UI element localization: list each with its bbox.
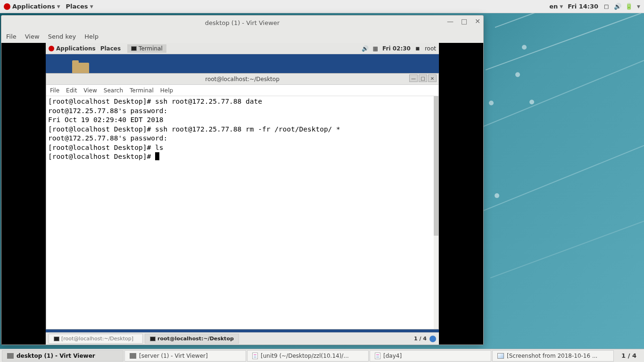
host-taskbar-item[interactable]: [day4] <box>370 350 491 362</box>
virt-viewer-window[interactable]: desktop (1) - Virt Viewer — □ ✕ File Vie… <box>1 15 484 345</box>
applications-label: Applications <box>12 3 55 10</box>
guest-user-label[interactable]: root <box>425 45 436 52</box>
svg-point-8 <box>529 100 534 105</box>
minimize-button[interactable]: — <box>447 17 454 25</box>
terminal-maximize-button[interactable]: □ <box>419 74 427 82</box>
terminal-icon <box>54 337 59 341</box>
term-menu-edit[interactable]: Edit <box>66 87 77 94</box>
svg-line-1 <box>486 13 641 70</box>
term-line: [root@localhost Desktop]# ssh root@172.2… <box>48 98 262 105</box>
vv-title-text: desktop (1) - Virt Viewer <box>205 19 280 26</box>
vv-menu-help[interactable]: Help <box>84 33 99 40</box>
host-top-panel: Applications ▼ Places ▼ en ▼ Fri 14:30 ◻… <box>0 0 644 13</box>
terminal-close-button[interactable]: ✕ <box>428 74 437 82</box>
svg-line-0 <box>495 13 636 27</box>
chevron-down-icon: ▼ <box>57 4 60 9</box>
image-viewer-icon <box>497 353 504 359</box>
power-icon[interactable]: ◼ <box>414 45 421 52</box>
host-workspace-indicator[interactable]: 1 / 4 <box>616 352 642 359</box>
guest-workspace-indicator[interactable]: 1 / 4 <box>414 336 427 342</box>
lang-indicator[interactable]: en ▼ <box>549 3 563 10</box>
vv-titlebar[interactable]: desktop (1) - Virt Viewer — □ ✕ <box>1 16 483 30</box>
terminal-minimize-button[interactable]: — <box>409 74 418 82</box>
workspace-badge-icon[interactable] <box>429 336 436 342</box>
term-line: [root@localhost Desktop]# ls <box>48 144 163 151</box>
guest-places-menu[interactable]: Places <box>100 45 121 52</box>
term-menu-terminal[interactable]: Terminal <box>130 87 154 94</box>
guest-taskbar: [root@localhost:~/Desktop] root@localhos… <box>46 332 439 345</box>
term-line: root@172.25.77.88's password: <box>48 107 172 115</box>
taskbar-label: root@localhost:~/Desktop <box>157 336 234 342</box>
vv-menu-view[interactable]: View <box>25 33 40 40</box>
host-taskbar-item[interactable]: [Screenshot from 2018-10-16 ... <box>492 350 614 362</box>
chevron-down-icon: ▼ <box>90 4 93 9</box>
term-menu-file[interactable]: File <box>50 87 59 94</box>
guest-places-label: Places <box>100 45 121 52</box>
svg-point-9 <box>495 193 499 198</box>
vv-display-area[interactable]: Applications Places Terminal 🔊 ▦ Fri 02:… <box>1 43 483 345</box>
maximize-button[interactable]: □ <box>461 17 467 25</box>
guest-taskbar-item[interactable]: [root@localhost:~/Desktop] <box>49 334 143 344</box>
taskbar-label: [root@localhost:~/Desktop] <box>61 336 133 342</box>
virt-viewer-icon <box>130 353 136 359</box>
guest-applications-menu[interactable]: Applications <box>49 45 96 52</box>
close-button[interactable]: ✕ <box>475 17 480 25</box>
term-line: Fri Oct 19 02:29:40 EDT 2018 <box>48 116 163 123</box>
taskbar-label: [server (1) - Virt Viewer] <box>139 353 208 359</box>
host-taskbar: desktop (1) - Virt Viewer [server (1) - … <box>0 349 644 362</box>
guest-taskbar-item-active[interactable]: root@localhost:~/Desktop <box>145 334 239 344</box>
accessibility-icon[interactable]: ◻ <box>603 3 610 10</box>
svg-point-7 <box>489 101 494 106</box>
host-taskbar-item-active[interactable]: desktop (1) - Virt Viewer <box>2 350 124 362</box>
svg-point-5 <box>522 45 527 49</box>
network-icon[interactable]: ▦ <box>372 45 379 52</box>
svg-point-6 <box>515 72 520 77</box>
chevron-down-icon: ▼ <box>560 4 563 9</box>
virt-viewer-icon <box>7 353 14 359</box>
guest-desktop[interactable]: Applications Places Terminal 🔊 ▦ Fri 02:… <box>46 43 439 345</box>
term-line: [root@localhost Desktop]# ssh root@172.2… <box>48 125 340 133</box>
host-clock: Fri 14:30 <box>568 3 598 10</box>
term-line: root@172.25.77.88's password: <box>48 134 172 142</box>
redhat-icon <box>4 3 10 10</box>
host-taskbar-item[interactable]: [unit9 (~/Desktop/zzl(10.14)/... <box>247 350 369 362</box>
volume-icon[interactable]: 🔊 <box>362 45 368 52</box>
places-label: Places <box>66 3 88 10</box>
guest-applications-label: Applications <box>56 45 96 52</box>
vv-menu-file[interactable]: File <box>6 33 17 40</box>
terminal-icon <box>131 46 137 51</box>
term-menu-view[interactable]: View <box>83 87 97 94</box>
terminal-menubar: File Edit View Search Terminal Help <box>46 85 438 96</box>
guest-clock: Fri 02:30 <box>382 45 411 52</box>
vv-menu-sendkey[interactable]: Send key <box>48 33 76 40</box>
term-menu-help[interactable]: Help <box>160 87 173 94</box>
applications-menu[interactable]: Applications ▼ <box>4 3 60 10</box>
vv-menubar: File View Send key Help <box>1 30 483 43</box>
redhat-icon <box>49 46 54 51</box>
battery-icon[interactable]: 🔋 <box>626 3 632 10</box>
terminal-output[interactable]: [root@localhost Desktop]# ssh root@172.2… <box>46 96 438 329</box>
taskbar-label: [day4] <box>383 353 402 359</box>
terminal-titlebar[interactable]: root@localhost:~/Desktop — □ ✕ <box>46 74 438 85</box>
guest-terminal-running[interactable]: Terminal <box>127 44 166 53</box>
term-menu-search[interactable]: Search <box>104 87 123 94</box>
places-menu[interactable]: Places ▼ <box>66 3 93 10</box>
terminal-window[interactable]: root@localhost:~/Desktop — □ ✕ File Edit… <box>46 73 439 329</box>
svg-line-4 <box>490 221 644 278</box>
text-editor-icon <box>375 353 380 359</box>
volume-icon[interactable]: 🔊 <box>614 3 621 10</box>
taskbar-label: desktop (1) - Virt Viewer <box>17 353 95 359</box>
terminal-icon <box>150 337 156 341</box>
terminal-scrollbar[interactable] <box>434 96 438 329</box>
terminal-cursor <box>155 152 159 160</box>
scrollbar-thumb[interactable] <box>434 96 438 236</box>
host-taskbar-item[interactable]: [server (1) - Virt Viewer] <box>124 350 246 362</box>
svg-line-2 <box>471 60 644 131</box>
term-line: [root@localhost Desktop]# <box>48 153 155 160</box>
taskbar-label: [Screenshot from 2018-10-16 ... <box>507 353 597 359</box>
guest-terminal-label: Terminal <box>139 45 163 52</box>
lang-label: en <box>549 3 558 10</box>
taskbar-label: [unit9 (~/Desktop/zzl(10.14)/... <box>261 353 349 359</box>
terminal-title-text: root@localhost:~/Desktop <box>205 76 280 82</box>
text-editor-icon <box>252 353 258 359</box>
